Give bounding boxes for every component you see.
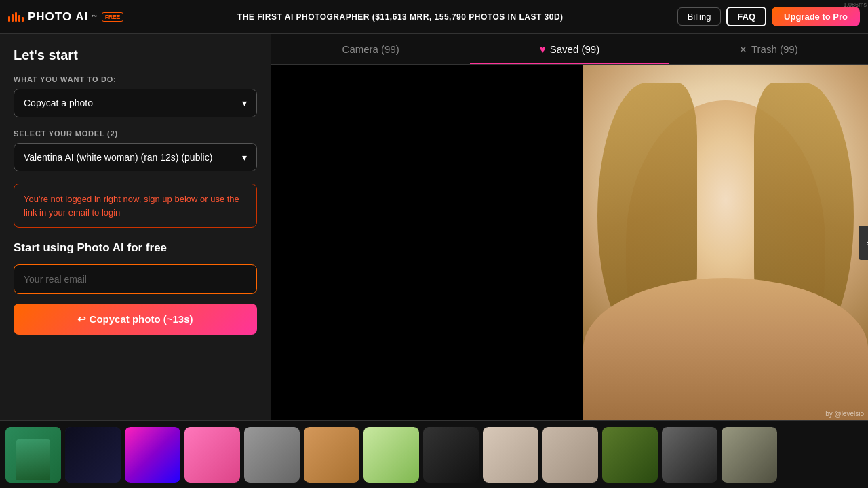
main-layout: Let's start WHAT YOU WANT TO DO: Copycat… bbox=[0, 34, 868, 420]
tab-camera[interactable]: Camera (99) bbox=[271, 34, 470, 64]
thumb-13[interactable] bbox=[722, 427, 777, 483]
thumb-5[interactable] bbox=[244, 427, 300, 483]
main-photo bbox=[583, 65, 868, 420]
heart-icon: ♥ bbox=[540, 43, 546, 55]
visitor-count: 1,086ms bbox=[843, 1, 867, 8]
what-select[interactable]: Copycat a photo ▾ bbox=[14, 89, 257, 117]
watermark: by @levelsio bbox=[825, 410, 864, 418]
tab-saved[interactable]: ♥ Saved (99) bbox=[470, 34, 669, 64]
gallery-area: › by @levelsio bbox=[271, 65, 868, 420]
gallery-right-panel: › bbox=[583, 65, 868, 420]
bar1 bbox=[8, 16, 10, 22]
chevron-down-icon: ▾ bbox=[242, 98, 247, 108]
sidebar-title: Let's start bbox=[14, 47, 257, 63]
trash-tab-label: Trash (99) bbox=[751, 43, 798, 55]
banner-headline: THE FIRST AI PHOTOGRAPHER ($11,613 MRR, … bbox=[237, 12, 564, 22]
header-actions: Billing FAQ Upgrade to Pro bbox=[677, 7, 860, 26]
thumbnail-strip bbox=[0, 420, 868, 488]
logo: PHOTO AI™ FREE bbox=[8, 10, 123, 24]
logo-tm: ™ bbox=[91, 14, 97, 20]
copycat-button[interactable]: ↩ Copycat photo (~13s) bbox=[14, 304, 257, 335]
chevron-down-icon-2: ▾ bbox=[242, 152, 247, 163]
thumb-4[interactable] bbox=[184, 427, 240, 483]
thumb-3[interactable] bbox=[125, 427, 180, 483]
bar3 bbox=[15, 12, 17, 22]
cta-title: Start using Photo AI for free bbox=[14, 241, 257, 255]
what-value: Copycat a photo bbox=[24, 98, 93, 108]
bar2 bbox=[12, 14, 14, 22]
chevron-right-button[interactable]: › bbox=[859, 226, 868, 260]
thumb-12[interactable] bbox=[662, 427, 717, 483]
saved-tab-label: Saved (99) bbox=[550, 43, 599, 55]
faq-button[interactable]: FAQ bbox=[726, 7, 766, 26]
photo-body bbox=[583, 278, 868, 420]
gallery-left-panel bbox=[271, 65, 583, 420]
error-text: You're not logged in right now, sign up … bbox=[24, 194, 239, 218]
model-label: SELECT YOUR MODEL (2) bbox=[14, 129, 257, 138]
thumb-8[interactable] bbox=[423, 427, 479, 483]
bar5 bbox=[22, 17, 24, 22]
thumb-10[interactable] bbox=[542, 427, 598, 483]
login-error-box: You're not logged in right now, sign up … bbox=[14, 184, 257, 228]
logo-bars-icon bbox=[8, 12, 24, 22]
camera-tab-label: Camera (99) bbox=[342, 43, 399, 55]
tabs-bar: Camera (99) ♥ Saved (99) ✕ Trash (99) bbox=[271, 34, 868, 65]
upgrade-button[interactable]: Upgrade to Pro bbox=[772, 7, 860, 26]
what-label: WHAT YOU WANT TO DO: bbox=[14, 75, 257, 83]
top-banner: PHOTO AI™ FREE THE FIRST AI PHOTOGRAPHER… bbox=[0, 0, 868, 34]
bar4 bbox=[18, 15, 20, 22]
model-value: Valentina AI (white woman) (ran 12s) (pu… bbox=[24, 152, 212, 163]
x-icon: ✕ bbox=[739, 44, 747, 55]
thumb-2[interactable] bbox=[65, 427, 121, 483]
billing-button[interactable]: Billing bbox=[677, 7, 722, 26]
model-select[interactable]: Valentina AI (white woman) (ran 12s) (pu… bbox=[14, 143, 257, 171]
thumb-7[interactable] bbox=[363, 427, 419, 483]
sidebar: Let's start WHAT YOU WANT TO DO: Copycat… bbox=[0, 34, 271, 420]
thumb-6[interactable] bbox=[304, 427, 359, 483]
thumb-11[interactable] bbox=[602, 427, 658, 483]
logo-free-badge: FREE bbox=[102, 12, 123, 22]
thumb-1[interactable] bbox=[5, 427, 61, 483]
content-area: Camera (99) ♥ Saved (99) ✕ Trash (99) bbox=[271, 34, 868, 420]
thumb-9[interactable] bbox=[483, 427, 538, 483]
tab-trash[interactable]: ✕ Trash (99) bbox=[669, 34, 868, 64]
logo-photo-text: PHOTO AI bbox=[28, 10, 88, 24]
email-field[interactable] bbox=[14, 264, 257, 294]
